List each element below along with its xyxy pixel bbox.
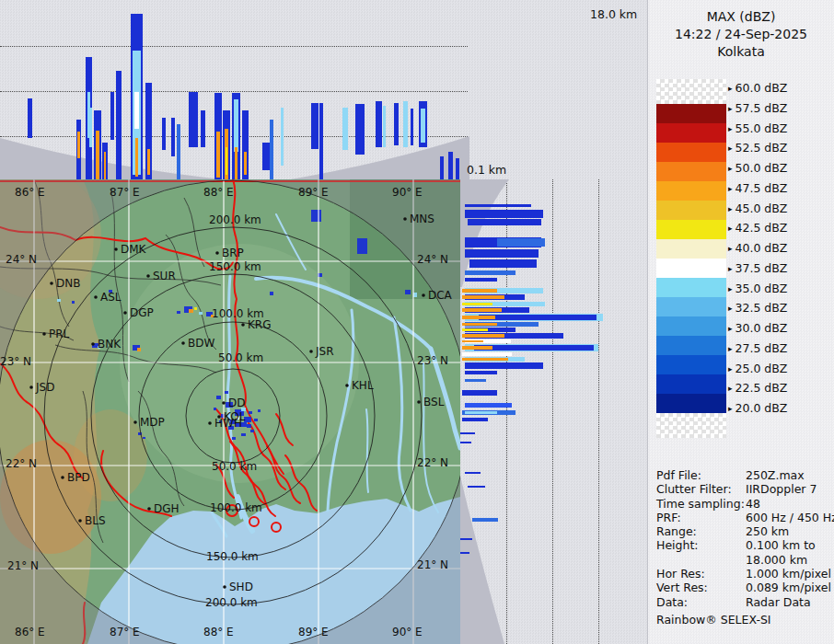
station-dot <box>345 384 349 387</box>
grid-label: 21° N <box>417 558 448 571</box>
echo-cell <box>357 238 367 254</box>
legend-tick-icon: ▸ <box>728 164 733 173</box>
grid-label: 87° E <box>110 626 140 638</box>
reflectivity-row <box>462 323 497 326</box>
echo-cell <box>270 292 273 295</box>
echo-cell <box>177 311 180 314</box>
station-label: PRL <box>49 328 70 340</box>
reflectivity-row <box>462 352 512 356</box>
metadata-value: 48 <box>746 497 760 511</box>
reflectivity-row <box>462 390 497 396</box>
station-label: DNB <box>56 277 80 290</box>
station-label: BNK <box>98 338 122 351</box>
station-dot <box>403 217 407 221</box>
echo-cell <box>199 312 203 315</box>
station-label: BLS <box>85 514 106 527</box>
legend-label: ▸57.5 dBZ <box>728 101 787 115</box>
legend-swatch <box>656 220 726 239</box>
echo-cell <box>194 307 197 310</box>
grid-label: 21° N <box>7 559 39 572</box>
reflectivity-row <box>462 340 483 342</box>
station-dot <box>309 350 313 353</box>
map-panel: 200.0 km150.0 km100.0 km50.0 km50.0 km10… <box>0 179 460 644</box>
ring-label: 150.0 km <box>206 550 259 563</box>
metadata-value: 1.000 km/pixel <box>746 567 831 581</box>
legend-swatch <box>656 374 726 394</box>
ring-label: 200.0 km <box>205 596 258 609</box>
legend-label: ▸45.0 dBZ <box>728 201 787 215</box>
echo-cell <box>216 396 221 399</box>
metadata-row: Height:0.100 km to <box>656 538 833 552</box>
station-label: JSR <box>315 345 334 358</box>
grid-label: 88° E <box>203 626 234 638</box>
legend-swatch <box>656 297 726 316</box>
legend-tick-icon: ▸ <box>728 204 733 213</box>
station-label: DCA <box>428 289 453 302</box>
legend-tick-icon: ▸ <box>728 184 733 193</box>
echo-cell <box>241 433 246 436</box>
legend-label: ▸30.0 dBZ <box>728 321 787 335</box>
legend-tick-icon: ▸ <box>728 304 733 313</box>
legend-label: ▸27.5 dBZ <box>728 341 787 355</box>
station-dot <box>91 342 95 346</box>
metadata-value: 250Z.max <box>746 468 805 482</box>
echo-cell <box>143 437 145 439</box>
station-label: KHL <box>352 379 374 392</box>
legend-label: ▸52.5 dBZ <box>728 141 787 155</box>
legend-swatch <box>656 278 726 297</box>
grid-label: 88° E <box>203 186 234 199</box>
radar-display: 18.0 km 0.1 km <box>0 0 834 644</box>
legend-swatch <box>656 239 726 259</box>
echo-cell <box>57 299 61 302</box>
map-canvas: 200.0 km150.0 km100.0 km50.0 km50.0 km10… <box>0 179 460 644</box>
reflectivity-row <box>469 259 537 268</box>
dbz-scale-labels: ▸60.0 dBZ▸57.5 dBZ▸55.0 dBZ▸52.5 dBZ▸50.… <box>728 79 833 431</box>
grid-label: 22° N <box>6 457 37 470</box>
reflectivity-row <box>465 411 497 414</box>
reflectivity-row <box>462 334 504 338</box>
station-dot <box>147 507 151 511</box>
reflectivity-row <box>465 278 497 282</box>
grid-label: 89° E <box>298 186 329 199</box>
station-dot <box>215 251 219 255</box>
info-sidebar: MAX (dBZ) 14:22 / 24-Sep-2025 Kolkata ▸6… <box>647 0 834 644</box>
legend-swatch <box>656 394 726 413</box>
legend-swatch <box>656 259 726 278</box>
metadata-value: IIRDoppler 7 <box>746 482 817 496</box>
reflectivity-row <box>462 289 497 293</box>
ring-label: 50.0 km <box>212 460 257 473</box>
echo-cell <box>311 210 321 222</box>
legend-swatch <box>656 201 726 220</box>
legend-swatch <box>656 336 726 355</box>
ring-label: 150.0 km <box>209 260 261 273</box>
product-datetime: 14:22 / 24-Sep-2025 <box>648 26 834 43</box>
station-dot <box>223 585 226 589</box>
station-dot <box>29 385 33 389</box>
station-label: SHD <box>229 581 253 593</box>
echo-cell <box>405 290 411 294</box>
metadata-row: 18.000 km <box>656 553 833 567</box>
station-label: MNS <box>410 213 434 225</box>
station-label: DMK <box>121 243 147 256</box>
legend-label: ▸37.5 dBZ <box>728 261 787 275</box>
metadata-row: PRF:600 Hz / 450 Hz <box>656 511 833 524</box>
metadata-row: Time sampling:48 <box>656 497 833 511</box>
metadata-row: Clutter Filter:IIRDoppler 7 <box>656 482 833 496</box>
station-dot <box>208 421 212 425</box>
metadata-row: Pdf File:250Z.max <box>656 468 833 482</box>
legend-swatch <box>656 123 726 143</box>
legend-label: ▸50.0 dBZ <box>728 161 787 175</box>
legend-tick-icon: ▸ <box>728 264 733 273</box>
metadata-label: PRF: <box>656 511 746 524</box>
reflectivity-row <box>462 295 504 299</box>
station-dot <box>50 282 53 285</box>
reflectivity-row <box>468 219 541 225</box>
legend-tick-icon: ▸ <box>728 224 733 233</box>
metadata-label: Data: <box>656 595 746 609</box>
legend-label: ▸22.5 dBZ <box>728 381 787 395</box>
legend-swatch <box>656 79 726 104</box>
station-label: ASL <box>100 291 122 304</box>
station-label: JSD <box>35 381 54 394</box>
reflectivity-row <box>460 552 469 554</box>
reflectivity-row <box>462 418 488 421</box>
